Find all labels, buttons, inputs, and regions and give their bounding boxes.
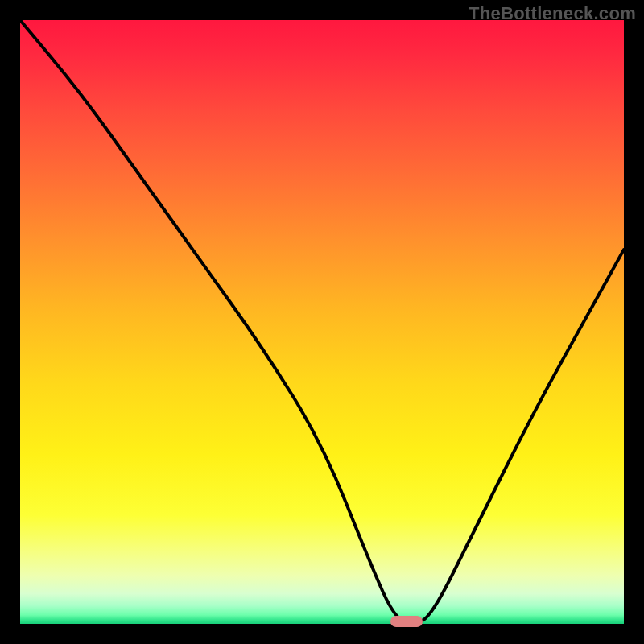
plot-area <box>20 20 624 624</box>
optimum-marker <box>390 616 423 627</box>
watermark-text: TheBottleneck.com <box>469 3 636 24</box>
bottleneck-curve-path <box>20 20 624 622</box>
chart-frame: TheBottleneck.com <box>0 0 644 644</box>
curve-svg <box>20 20 624 624</box>
